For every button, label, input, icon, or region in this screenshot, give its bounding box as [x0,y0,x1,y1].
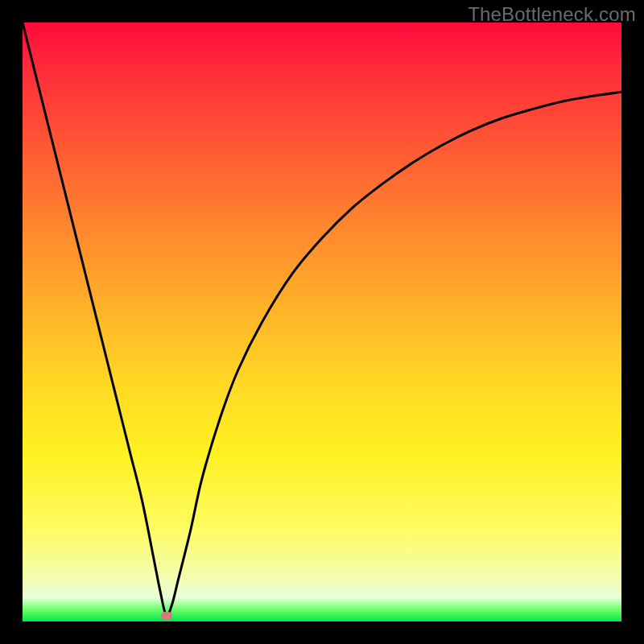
minimum-marker [161,612,172,620]
bottleneck-curve [23,23,621,621]
chart-frame: TheBottleneck.com [0,0,644,644]
plot-area [23,23,621,621]
